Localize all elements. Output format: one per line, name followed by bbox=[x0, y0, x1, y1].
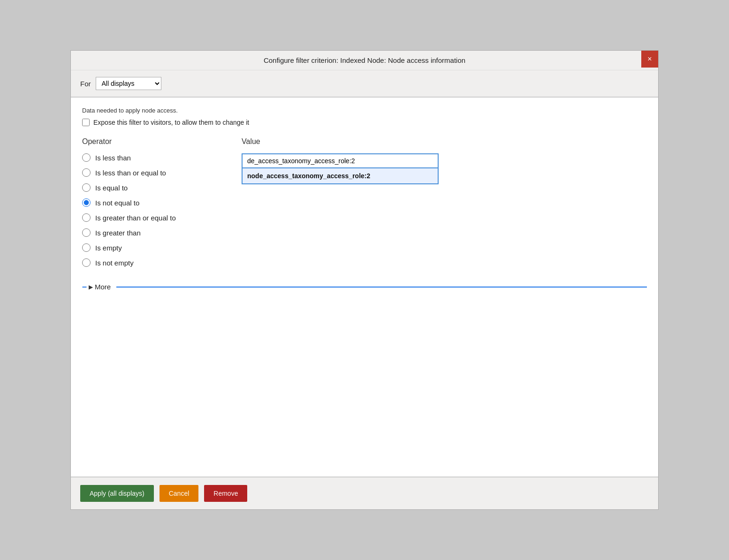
more-dash-icon: – bbox=[82, 282, 87, 292]
dialog: Configure filter criterion: Indexed Node… bbox=[70, 50, 659, 510]
more-text: More bbox=[95, 283, 111, 291]
autocomplete-dropdown: node_access_taxonomy_access_role:2 bbox=[242, 168, 439, 184]
radio-item-greater-equal[interactable]: Is greater than or equal to bbox=[82, 213, 223, 222]
title-bar: Configure filter criterion: Indexed Node… bbox=[71, 51, 658, 70]
more-line bbox=[116, 287, 647, 288]
radio-item-equal-to[interactable]: Is equal to bbox=[82, 183, 223, 192]
footer: Apply (all displays) Cancel Remove bbox=[71, 477, 658, 509]
operator-heading: Operator bbox=[82, 137, 223, 146]
autocomplete-item[interactable]: node_access_taxonomy_access_role:2 bbox=[243, 168, 438, 183]
radio-label-less-than: Is less than bbox=[95, 154, 131, 162]
info-text: Data needed to apply node access. bbox=[82, 107, 647, 114]
radio-label-equal-to: Is equal to bbox=[95, 184, 128, 192]
radio-not-equal[interactable] bbox=[82, 198, 91, 207]
radio-not-empty[interactable] bbox=[82, 258, 91, 267]
radio-label-greater-equal: Is greater than or equal to bbox=[95, 214, 176, 222]
dialog-title: Configure filter criterion: Indexed Node… bbox=[264, 56, 465, 64]
more-section[interactable]: – ▶ More bbox=[82, 282, 647, 292]
radio-item-not-empty[interactable]: Is not empty bbox=[82, 258, 223, 267]
radio-greater-equal[interactable] bbox=[82, 213, 91, 222]
main-content: Data needed to apply node access. Expose… bbox=[71, 98, 658, 477]
radio-item-less-than[interactable]: Is less than bbox=[82, 153, 223, 162]
remove-button[interactable]: Remove bbox=[204, 485, 247, 502]
expose-checkbox[interactable] bbox=[82, 119, 90, 126]
radio-label-is-empty: Is empty bbox=[95, 244, 122, 252]
radio-label-not-empty: Is not empty bbox=[95, 259, 134, 267]
radio-group: Is less than Is less than or equal to Is… bbox=[82, 153, 223, 267]
operator-value-section: Operator Is less than Is less than or eq… bbox=[82, 137, 647, 267]
cancel-button[interactable]: Cancel bbox=[159, 485, 199, 502]
expose-row: Expose this filter to visitors, to allow… bbox=[82, 119, 647, 126]
more-arrow-icon: ▶ bbox=[89, 284, 93, 290]
close-button[interactable]: × bbox=[641, 51, 658, 68]
radio-greater-than[interactable] bbox=[82, 228, 91, 237]
radio-is-empty[interactable] bbox=[82, 243, 91, 252]
value-heading: Value bbox=[242, 137, 647, 146]
value-section: Value node_access_taxonomy_access_role:2 bbox=[242, 137, 647, 168]
for-label: For bbox=[80, 80, 91, 88]
radio-less-than[interactable] bbox=[82, 153, 91, 162]
expose-label: Expose this filter to visitors, to allow… bbox=[93, 119, 249, 126]
for-select[interactable]: All displays Page Block bbox=[96, 77, 161, 90]
operator-section: Operator Is less than Is less than or eq… bbox=[82, 137, 223, 267]
radio-label-less-equal: Is less than or equal to bbox=[95, 169, 166, 177]
for-row: For All displays Page Block bbox=[71, 70, 658, 98]
radio-item-greater-than[interactable]: Is greater than bbox=[82, 228, 223, 237]
radio-item-is-empty[interactable]: Is empty bbox=[82, 243, 223, 252]
value-input[interactable] bbox=[242, 153, 439, 168]
radio-equal-to[interactable] bbox=[82, 183, 91, 192]
radio-label-not-equal: Is not equal to bbox=[95, 199, 139, 207]
value-input-wrapper: node_access_taxonomy_access_role:2 bbox=[242, 153, 439, 168]
apply-button[interactable]: Apply (all displays) bbox=[80, 485, 154, 502]
radio-less-equal[interactable] bbox=[82, 168, 91, 177]
radio-item-not-equal[interactable]: Is not equal to bbox=[82, 198, 223, 207]
radio-label-greater-than: Is greater than bbox=[95, 229, 141, 237]
radio-item-less-equal[interactable]: Is less than or equal to bbox=[82, 168, 223, 177]
